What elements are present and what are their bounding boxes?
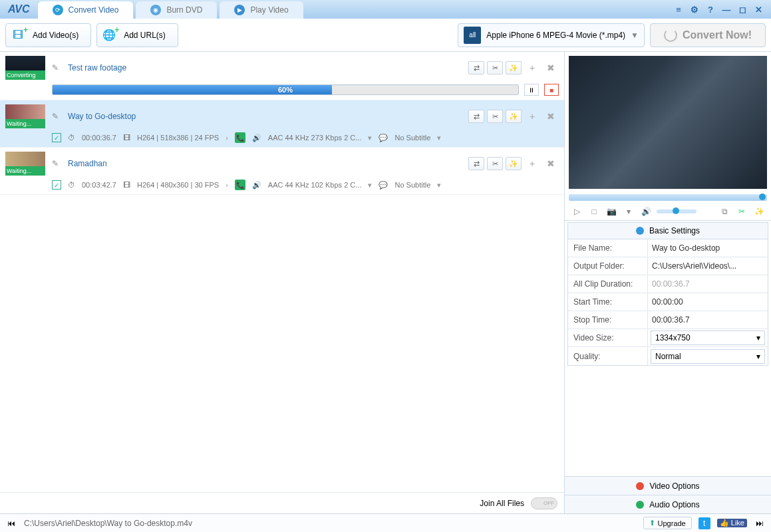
maximize-button[interactable]: ◻ (736, 3, 748, 15)
window-controls: ≡ ⚙ ? — ◻ ✕ (673, 3, 771, 15)
seek-bar[interactable] (569, 194, 767, 201)
panel-title: Basic Settings (649, 226, 700, 235)
profile-icon: all (464, 27, 481, 44)
setting-label: Output Folder: (568, 257, 648, 275)
cut-icon[interactable]: ✂ (735, 205, 748, 218)
checkbox[interactable]: ✓ (52, 133, 61, 142)
tab-play-video[interactable]: ▶ Play Video (220, 1, 303, 19)
chevron-down-icon[interactable]: ▾ (368, 134, 372, 142)
pause-button[interactable]: ⏸ (524, 84, 539, 96)
output-profile-selector[interactable]: all Apple iPhone 6 MPEG-4 Movie (*.mp4) … (458, 23, 645, 47)
file-name-field[interactable]: Way to Go-desktop (648, 243, 768, 253)
thumb-icon: 👍 (720, 519, 729, 527)
remove-icon[interactable]: ✖ (543, 110, 559, 123)
swap-icon[interactable]: ⇄ (468, 61, 484, 74)
stop-button[interactable]: ■ (544, 84, 559, 96)
join-files-bar: Join All Files OFF (0, 492, 564, 513)
button-label: Add Video(s) (33, 31, 78, 40)
phone-icon: 📞 (235, 132, 245, 143)
video-item[interactable]: Waiting... ✎ Way to Go-desktop ⇄ ✂ ✨ + ✖… (0, 100, 564, 148)
gear-icon[interactable]: ⚙ (689, 3, 700, 15)
twitter-icon[interactable]: t (698, 517, 710, 529)
profile-label: Apple iPhone 6 MPEG-4 Movie (*.mp4) (486, 31, 625, 40)
wand-icon[interactable]: ✨ (506, 110, 522, 123)
close-button[interactable]: ✕ (752, 3, 764, 15)
volume-icon[interactable]: 🔊 (639, 205, 653, 218)
volume-slider[interactable] (657, 209, 696, 213)
panel-title: Audio Options (649, 500, 699, 509)
play-button[interactable]: ▷ (570, 205, 583, 218)
toolbar: 🎞+ Add Video(s) 🌐+ Add URL(s) all Apple … (0, 19, 771, 52)
tab-label: Burn DVD (166, 5, 202, 15)
panel-title: Video Options (649, 481, 699, 491)
tab-convert-video[interactable]: ⟳ Convert Video (38, 1, 134, 19)
statusbar: ⏮ C:\Users\Ariel\Desktop\Way to Go-deskt… (0, 513, 771, 532)
video-item[interactable]: Converting ✎ Test raw footage ⇄ ✂ ✨ + ✖ … (0, 52, 564, 100)
chevron-down-icon[interactable]: ▾ (368, 181, 372, 190)
item-name: Test raw footage (68, 63, 462, 72)
start-time-field[interactable]: 00:00:00 (648, 297, 768, 307)
chat-icon: 💬 (379, 181, 388, 190)
setting-label: Quality: (568, 347, 648, 365)
item-name: Way to Go-desktop (68, 112, 462, 121)
chevron-right-icon[interactable]: › (226, 181, 228, 189)
audio-options-header[interactable]: Audio Options (565, 495, 771, 513)
video-item[interactable]: Waiting... ✎ Ramadhan ⇄ ✂ ✨ + ✖ ✓ ⏱ 00:0… (0, 148, 564, 195)
scissors-icon[interactable]: ✂ (487, 157, 503, 170)
add-urls-button[interactable]: 🌐+ Add URL(s) (96, 23, 178, 47)
add-icon[interactable]: + (524, 157, 540, 170)
stop-time-field[interactable]: 00:00:36.7 (648, 315, 768, 325)
help-icon[interactable]: ? (704, 3, 716, 15)
playback-controls: ▷ □ 📷 ▾ 🔊 ⧉ ✂ ✨ (565, 202, 771, 221)
tab-burn-dvd[interactable]: ◉ Burn DVD (136, 1, 217, 19)
facebook-like-button[interactable]: 👍 Like (717, 519, 747, 527)
prev-file-button[interactable]: ⏮ (5, 517, 17, 529)
output-folder-field[interactable]: C:\Users\Ariel\Videos\... (648, 261, 768, 271)
wand-icon[interactable]: ✨ (752, 205, 766, 218)
film-icon: 🎞+ (10, 27, 26, 43)
pencil-icon[interactable]: ✎ (52, 112, 61, 121)
join-toggle[interactable]: OFF (531, 497, 557, 509)
add-videos-button[interactable]: 🎞+ Add Video(s) (5, 23, 91, 47)
speaker-icon: 🔊 (252, 134, 261, 142)
quality-select[interactable]: Normal▾ (651, 349, 765, 364)
chevron-down-icon[interactable]: ▾ (622, 205, 635, 218)
basic-settings-header[interactable]: Basic Settings (567, 222, 768, 239)
snapshot-icon[interactable]: 📷 (605, 205, 618, 218)
remove-icon[interactable]: ✖ (543, 157, 559, 170)
audio-spec: AAC 44 KHz 102 Kbps 2 C... (268, 181, 362, 189)
add-icon[interactable]: + (524, 110, 540, 123)
audio-dot-icon (636, 501, 644, 509)
chevron-down-icon[interactable]: ▾ (437, 181, 441, 190)
subtitle: No Subtitle (394, 134, 430, 142)
video-preview[interactable] (569, 56, 767, 189)
thumbnail: Waiting... (5, 152, 45, 176)
add-icon[interactable]: + (524, 61, 540, 74)
wand-icon[interactable]: ✨ (506, 61, 522, 74)
refresh-icon (664, 29, 677, 42)
chevron-down-icon: ▾ (756, 352, 760, 361)
swap-icon[interactable]: ⇄ (468, 110, 484, 123)
convert-now-button[interactable]: Convert Now! (650, 23, 766, 47)
video-options-header[interactable]: Video Options (565, 476, 771, 495)
duration: 00:03:42.7 (82, 181, 116, 189)
video-size-select[interactable]: 1334x750▾ (651, 331, 765, 345)
scissors-icon[interactable]: ✂ (487, 110, 503, 123)
progress-label: 60% (53, 85, 518, 94)
minimize-button[interactable]: — (720, 3, 732, 15)
pencil-icon[interactable]: ✎ (52, 159, 61, 168)
scissors-icon[interactable]: ✂ (487, 61, 503, 74)
pencil-icon[interactable]: ✎ (52, 63, 61, 72)
upgrade-button[interactable]: ⬆ Upgrade (643, 517, 692, 529)
remove-icon[interactable]: ✖ (543, 61, 559, 74)
checkbox[interactable]: ✓ (52, 180, 61, 190)
chevron-down-icon[interactable]: ▾ (437, 134, 441, 142)
crop-icon[interactable]: ⧉ (718, 205, 731, 218)
chevron-right-icon[interactable]: › (226, 134, 228, 142)
setting-label: File Name: (568, 239, 648, 257)
stop-button[interactable]: □ (587, 205, 601, 218)
menu-icon[interactable]: ≡ (673, 3, 685, 15)
swap-icon[interactable]: ⇄ (468, 157, 484, 170)
wand-icon[interactable]: ✨ (506, 157, 522, 170)
next-file-button[interactable]: ⏭ (754, 517, 766, 529)
